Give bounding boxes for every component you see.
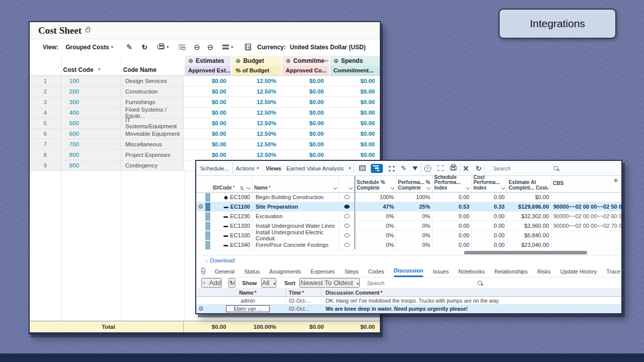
- pct-of-budget-cell[interactable]: 12.50%: [231, 76, 281, 86]
- commitment-spend-cell[interactable]: $0.00: [329, 97, 380, 107]
- detail-tab[interactable]: Codes: [368, 266, 384, 277]
- discussion-cell[interactable]: [339, 231, 355, 240]
- budget-group-header[interactable]: ⊕Budget % of Budget: [231, 56, 281, 75]
- eac-cell[interactable]: $32,302.00: [507, 212, 551, 221]
- collapse-all-button[interactable]: ⊖: [207, 43, 214, 52]
- download-link[interactable]: Download: [210, 257, 235, 263]
- detail-tab[interactable]: Assignments: [269, 266, 301, 277]
- activity-id-cell[interactable]: ▬ EC1330: [210, 231, 253, 240]
- schedule-pct-cell[interactable]: 0%: [355, 231, 396, 240]
- discussion-column-header[interactable]: [339, 176, 355, 192]
- print-button[interactable]: ▾: [157, 45, 169, 49]
- code-name-cell[interactable]: Project Expenses: [121, 150, 184, 160]
- code-name-header[interactable]: Code Name: [121, 56, 184, 75]
- name-header[interactable]: Name*: [210, 290, 286, 296]
- plus-circle-icon[interactable]: ⊕: [286, 57, 291, 64]
- activity-name-cell[interactable]: Site Preparation: [253, 202, 339, 211]
- code-name-cell[interactable]: Design Services: [121, 76, 184, 86]
- approved-estimate-cell[interactable]: $0.00: [184, 150, 231, 160]
- cost-row[interactable]: 2 200 Construction $0.00 12.50% $0.00 $0…: [30, 86, 380, 97]
- comment-bubble-icon[interactable]: [344, 205, 350, 209]
- performance-pct-cell[interactable]: 0%: [396, 212, 433, 221]
- commitment-spend-cell[interactable]: $0.00: [329, 108, 380, 118]
- comment-header[interactable]: Discussion Comment*: [321, 290, 621, 296]
- discussion-cell[interactable]: [339, 202, 355, 211]
- refresh-comments-button[interactable]: ↻: [228, 278, 235, 288]
- comment-bubble-icon[interactable]: [344, 214, 350, 218]
- find-in-sheet-button[interactable]: [179, 45, 185, 49]
- detail-tab[interactable]: General: [215, 266, 234, 277]
- code-name-cell[interactable]: Fixed Systems / Equip...: [121, 108, 184, 118]
- column-menu-icon[interactable]: [333, 186, 337, 190]
- activity-name-cell[interactable]: Excavation: [253, 212, 339, 221]
- schedule-pct-cell[interactable]: 0%: [355, 221, 396, 230]
- eac-column-header[interactable]: Estimate At Completi... Cost: [507, 176, 551, 192]
- fullscreen-button[interactable]: [438, 165, 443, 171]
- comment-author-cell[interactable]: admin: [210, 297, 286, 304]
- cost-row[interactable]: 1 100 Design Services $0.00 12.50% $0.00…: [30, 76, 380, 86]
- plus-circle-icon[interactable]: ⊕: [235, 57, 240, 64]
- detail-tab[interactable]: Status: [244, 266, 260, 277]
- pct-of-budget-cell[interactable]: 12.50%: [231, 129, 281, 139]
- collapse-button[interactable]: ⊖: [194, 43, 200, 52]
- cost-code-cell[interactable]: 500: [61, 118, 121, 128]
- pct-of-budget-cell[interactable]: 12.50%: [231, 108, 281, 118]
- comment-bubble-icon[interactable]: [344, 195, 350, 199]
- column-menu-icon[interactable]: [247, 186, 251, 190]
- cbs-cell[interactable]: 90000~~02 00 00~~02 60 00: [551, 212, 621, 221]
- cost-row[interactable]: 3 300 Furnishings $0.00 12.50% $0.00 $0.…: [30, 97, 380, 108]
- name-column-header[interactable]: Name *: [253, 176, 339, 192]
- activity-row[interactable]: ⚙ ▬ EC1230 Excavation 0% 0% 0.00 0.00 $3…: [196, 212, 621, 221]
- cpi-cell[interactable]: 0.33: [472, 202, 507, 211]
- activity-row[interactable]: ⚙ ▬ EC1330 Install Underground Electric …: [196, 231, 621, 240]
- discussion-row[interactable]: ⚙ admin 02-Oct-... OK. Hang on! I've mob…: [196, 297, 621, 305]
- approved-estimate-cell[interactable]: $0.00: [184, 97, 231, 107]
- eac-cell[interactable]: $6,840.00: [507, 231, 551, 240]
- plus-circle-icon[interactable]: ⊕: [188, 57, 193, 64]
- activity-row[interactable]: ⚙ ▬ EC1340 Form/Pour Concrete Footings 0…: [196, 240, 621, 250]
- cost-row[interactable]: 5 500 IT Systems/Equipment $0.00 12.50% …: [30, 118, 380, 129]
- refresh-button[interactable]: ↻: [475, 164, 481, 172]
- approved-commitment-cell[interactable]: $0.00: [281, 150, 329, 160]
- eac-cell[interactable]: $129,696.00: [507, 202, 551, 211]
- commitment-spend-cell[interactable]: $0.00: [329, 139, 380, 149]
- activity-row[interactable]: ⚙ ◆ EC1090 Begin Building Construction 1…: [196, 193, 621, 202]
- spi-cell[interactable]: 0.00: [433, 231, 472, 240]
- integrations-button[interactable]: Integrations: [499, 9, 616, 39]
- plus-circle-icon[interactable]: ⊕: [334, 57, 339, 64]
- performance-pct-cell[interactable]: 100%: [396, 193, 433, 202]
- spi-column-header[interactable]: Schedule Performa... Index: [433, 176, 472, 192]
- estimates-group-header[interactable]: ⊕Estimates Approved Est...: [184, 56, 231, 75]
- comment-time-cell[interactable]: 02-Oct...: [286, 305, 321, 313]
- activity-row[interactable]: ⚙ ▬ EC1100 Site Preparation 47% 25% 0.53…: [196, 202, 621, 212]
- view-dropdown[interactable]: Grouped Costs ▾: [65, 44, 113, 51]
- code-name-cell[interactable]: Construction: [121, 86, 184, 97]
- performance-pct-cell[interactable]: 0%: [396, 221, 433, 230]
- spi-cell[interactable]: 0.00: [433, 193, 472, 202]
- performance-pct-column-header[interactable]: Performa... % Complete: [396, 176, 433, 192]
- add-comment-button[interactable]: + Add: [201, 278, 222, 288]
- schedule-pct-cell[interactable]: 0%: [355, 240, 396, 249]
- detail-tab[interactable]: Steps: [345, 266, 359, 277]
- cost-code-cell[interactable]: 900: [61, 160, 121, 170]
- schedule-pct-cell[interactable]: 47%: [355, 202, 396, 211]
- approved-estimate-cell[interactable]: $0.00: [184, 118, 231, 128]
- search-icon[interactable]: [477, 281, 482, 285]
- schedule-pct-column-header[interactable]: Schedule % Complete: [355, 176, 396, 192]
- schedule-pct-cell[interactable]: 0%: [355, 212, 396, 221]
- cost-code-cell[interactable]: 200: [61, 86, 121, 97]
- activity-id-cell[interactable]: ▬ EC1100: [210, 202, 253, 211]
- cpi-cell[interactable]: 0.00: [472, 231, 507, 240]
- help-button[interactable]: ?: [424, 165, 431, 172]
- cost-code-cell[interactable]: 400: [61, 108, 121, 118]
- approved-estimate-cell[interactable]: $0.00: [184, 108, 231, 118]
- activity-id-cell[interactable]: ◆ EC1090: [210, 193, 253, 202]
- menu-button[interactable]: ▾: [222, 45, 233, 49]
- cpi-cell[interactable]: 0.00: [472, 193, 507, 202]
- comment-bubble-icon[interactable]: [344, 224, 350, 228]
- tools-button[interactable]: [463, 165, 469, 171]
- code-name-cell[interactable]: Contingency: [121, 160, 184, 170]
- edit-button[interactable]: ✎: [126, 43, 133, 52]
- commitments-group-header[interactable]: ⊕Commitme··· Approved Co...: [281, 56, 329, 75]
- cost-row[interactable]: 8 800 Project Expenses $0.00 12.50% $0.0…: [30, 150, 380, 160]
